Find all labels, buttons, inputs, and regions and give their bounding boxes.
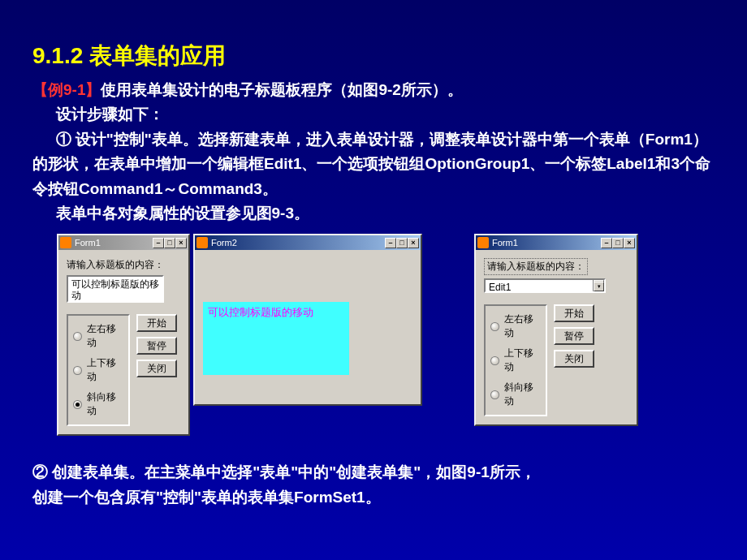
example-line: 【例9-1】使用表单集设计的电子标题板程序（如图9-2所示）。 — [32, 78, 715, 102]
close-button-cmd[interactable]: 关闭 — [136, 360, 177, 377]
maximize-button[interactable]: □ — [164, 238, 175, 248]
step2-para: ② 创建表单集。在主菜单中选择"表单"中的"创建表单集"，如图9-1所示， 创建… — [32, 460, 715, 510]
opt-left-right[interactable]: 左右移动 — [490, 309, 541, 343]
minimize-button[interactable]: – — [153, 238, 164, 248]
start-button[interactable]: 开始 — [136, 314, 177, 332]
close-button[interactable]: × — [624, 238, 635, 248]
form1-titlebar[interactable]: Form1 – □ × — [58, 235, 188, 250]
opt-up-down[interactable]: 上下移动 — [73, 353, 123, 387]
fox-icon — [196, 237, 208, 248]
minimize-button[interactable]: – — [385, 238, 396, 248]
settings-line: 表单中各对象属性的设置参见图9-3。 — [32, 201, 715, 226]
step1-para: ① 设计"控制"表单。选择新建表单，进入表单设计器，调整表单设计器中第一个表单（… — [32, 127, 715, 201]
form1-editbox[interactable]: 可以控制标题版的移动 — [67, 275, 164, 303]
form1-prompt: 请输入标题板的内容： — [67, 258, 180, 272]
form2-title: Form2 — [211, 238, 385, 248]
form3-prompt: 请输入标题板的内容： — [487, 261, 585, 272]
fox-icon — [60, 237, 71, 248]
form3-title: Form1 — [492, 238, 601, 248]
steps-intro: 设计步骤如下： — [32, 102, 715, 127]
form3-optiongroup: 左右移动 上下移动 斜向移动 — [484, 304, 547, 416]
close-button-cmd[interactable]: 关闭 — [554, 350, 594, 368]
scrollbar[interactable]: ▴ ▾ — [593, 280, 604, 291]
opt-left-right[interactable]: 左右移动 — [73, 319, 123, 353]
form2-window: Form2 – □ × 可以控制标题版的移动 — [193, 234, 422, 406]
maximize-button[interactable]: □ — [612, 238, 624, 248]
form2-titlebar[interactable]: Form2 – □ × — [195, 235, 421, 250]
form3-titlebar[interactable]: Form1 – □ × — [476, 235, 637, 250]
opt-diagonal[interactable]: 斜向移动 — [490, 377, 541, 411]
opt-up-down[interactable]: 上下移动 — [490, 343, 541, 377]
form1-optiongroup: 左右移动 上下移动 斜向移动 — [67, 314, 130, 426]
form3-window: Form1 – □ × 请输入标题板的内容： Edit1 ▴ ▾ — [474, 234, 638, 426]
maximize-button[interactable]: □ — [396, 238, 408, 248]
fox-icon — [477, 237, 489, 248]
section-heading: 9.1.2 表单集的应用 — [32, 41, 715, 71]
scroll-down-icon[interactable]: ▾ — [594, 282, 604, 291]
minimize-button[interactable]: – — [601, 238, 612, 248]
close-button[interactable]: × — [175, 238, 187, 248]
example-desc: 使用表单集设计的电子标题板程序（如图9-2所示）。 — [101, 81, 462, 98]
form3-editbox[interactable]: Edit1 ▴ ▾ — [484, 278, 606, 293]
close-button[interactable]: × — [408, 238, 419, 248]
forms-row: Form1 – □ × 请输入标题板的内容： 可以控制标题版的移动 左右移动 上… — [57, 234, 715, 436]
pause-button[interactable]: 暂停 — [554, 327, 594, 345]
opt-diagonal[interactable]: 斜向移动 — [73, 387, 123, 421]
scrolling-label: 可以控制标题版的移动 — [203, 302, 349, 375]
form1-window: Form1 – □ × 请输入标题板的内容： 可以控制标题版的移动 左右移动 上… — [57, 234, 190, 436]
example-tag: 【例9-1】 — [32, 81, 101, 98]
start-button[interactable]: 开始 — [554, 304, 594, 322]
form1-title: Form1 — [75, 238, 153, 248]
pause-button[interactable]: 暂停 — [136, 337, 177, 355]
